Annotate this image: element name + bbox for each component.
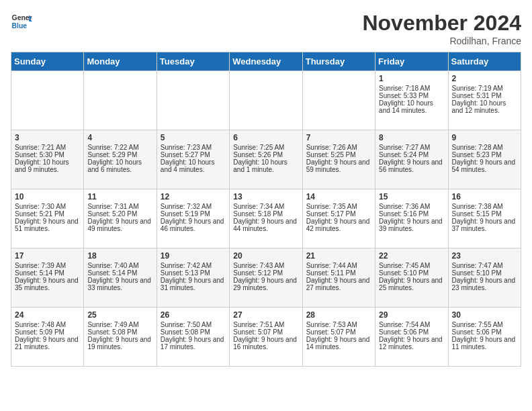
calendar-cell: 9Sunrise: 7:28 AMSunset: 5:23 PMDaylight… <box>448 130 521 189</box>
day-info-line: Daylight: 9 hours and 23 minutes. <box>452 277 517 291</box>
calendar-week-row: 10Sunrise: 7:30 AMSunset: 5:21 PMDayligh… <box>11 189 521 248</box>
day-info-line: Sunrise: 7:42 AM <box>161 262 226 269</box>
day-info-line: Sunset: 5:20 PM <box>87 210 152 218</box>
calendar-body: 1Sunrise: 7:18 AMSunset: 5:33 PMDaylight… <box>11 71 521 367</box>
day-number: 20 <box>233 251 298 261</box>
calendar-cell: 13Sunrise: 7:34 AMSunset: 5:18 PMDayligh… <box>230 189 302 248</box>
day-info-line: Sunset: 5:10 PM <box>452 269 517 277</box>
calendar-cell <box>84 71 157 130</box>
day-info-line: Sunrise: 7:36 AM <box>379 203 444 210</box>
calendar-cell: 12Sunrise: 7:32 AMSunset: 5:19 PMDayligh… <box>157 189 229 248</box>
calendar-cell: 24Sunrise: 7:48 AMSunset: 5:09 PMDayligh… <box>11 308 84 367</box>
calendar-cell: 11Sunrise: 7:31 AMSunset: 5:20 PMDayligh… <box>84 189 157 248</box>
calendar-week-row: 17Sunrise: 7:39 AMSunset: 5:14 PMDayligh… <box>11 248 521 308</box>
day-number: 9 <box>452 133 517 142</box>
day-number: 11 <box>87 192 152 201</box>
day-info-line: Sunrise: 7:44 AM <box>306 262 371 269</box>
day-info-line: Sunset: 5:31 PM <box>452 92 517 99</box>
day-info-line: Daylight: 10 hours and 6 minutes. <box>87 158 152 173</box>
calendar-cell: 10Sunrise: 7:30 AMSunset: 5:21 PMDayligh… <box>11 189 84 248</box>
day-of-week-header: Saturday <box>448 52 521 71</box>
day-info-line: Sunset: 5:27 PM <box>161 151 226 158</box>
calendar-cell: 19Sunrise: 7:42 AMSunset: 5:13 PMDayligh… <box>157 248 229 308</box>
day-number: 12 <box>161 192 226 201</box>
day-info-line: Sunset: 5:08 PM <box>87 328 152 336</box>
location: Rodilhan, France <box>362 36 521 46</box>
day-number: 10 <box>15 192 80 201</box>
calendar-cell <box>11 71 84 130</box>
calendar-cell: 15Sunrise: 7:36 AMSunset: 5:16 PMDayligh… <box>375 189 448 248</box>
day-number: 28 <box>306 310 371 320</box>
calendar-cell: 27Sunrise: 7:51 AMSunset: 5:07 PMDayligh… <box>230 308 302 367</box>
calendar-cell: 18Sunrise: 7:40 AMSunset: 5:14 PMDayligh… <box>84 248 157 308</box>
day-info-line: Sunset: 5:12 PM <box>233 269 298 277</box>
calendar-cell: 20Sunrise: 7:43 AMSunset: 5:12 PMDayligh… <box>230 248 302 308</box>
day-info-line: Daylight: 9 hours and 16 minutes. <box>233 336 298 351</box>
day-info-line: Daylight: 9 hours and 17 minutes. <box>161 336 226 351</box>
logo-icon: General Blue <box>11 11 32 32</box>
calendar-cell: 2Sunrise: 7:19 AMSunset: 5:31 PMDaylight… <box>448 71 521 130</box>
day-number: 2 <box>452 74 517 83</box>
day-info-line: Sunrise: 7:25 AM <box>233 144 298 151</box>
day-info-line: Sunrise: 7:45 AM <box>379 262 444 269</box>
day-info-line: Sunrise: 7:43 AM <box>233 262 298 269</box>
day-info-line: Sunset: 5:17 PM <box>306 210 371 218</box>
calendar-cell: 16Sunrise: 7:38 AMSunset: 5:15 PMDayligh… <box>448 189 521 248</box>
logo: General Blue <box>11 11 32 32</box>
day-of-week-header: Monday <box>84 52 157 71</box>
day-info-line: Sunrise: 7:18 AM <box>379 85 444 92</box>
day-number: 6 <box>233 133 298 142</box>
day-info-line: Sunset: 5:25 PM <box>306 151 371 158</box>
day-info-line: Sunset: 5:19 PM <box>161 210 226 218</box>
calendar-header-row: SundayMondayTuesdayWednesdayThursdayFrid… <box>11 52 521 71</box>
day-number: 16 <box>452 192 517 201</box>
day-info-line: Daylight: 10 hours and 14 minutes. <box>379 99 444 114</box>
day-number: 25 <box>87 310 152 320</box>
day-number: 4 <box>87 133 152 142</box>
day-info-line: Sunrise: 7:54 AM <box>379 321 444 328</box>
day-info-line: Sunrise: 7:30 AM <box>15 203 80 210</box>
day-info-line: Daylight: 10 hours and 12 minutes. <box>452 99 517 114</box>
day-of-week-header: Tuesday <box>157 52 229 71</box>
day-info-line: Sunset: 5:26 PM <box>233 151 298 158</box>
day-info-line: Sunset: 5:06 PM <box>452 328 517 336</box>
day-number: 13 <box>233 192 298 201</box>
day-info-line: Sunrise: 7:23 AM <box>161 144 226 151</box>
day-number: 3 <box>15 133 80 142</box>
day-info-line: Sunset: 5:11 PM <box>306 269 371 277</box>
day-number: 26 <box>161 310 226 320</box>
day-info-line: Sunset: 5:29 PM <box>87 151 152 158</box>
day-info-line: Sunrise: 7:21 AM <box>15 144 80 151</box>
day-info-line: Sunset: 5:23 PM <box>452 151 517 158</box>
day-number: 14 <box>306 192 371 201</box>
calendar-cell: 6Sunrise: 7:25 AMSunset: 5:26 PMDaylight… <box>230 130 302 189</box>
day-of-week-header: Sunday <box>11 52 84 71</box>
calendar-cell: 14Sunrise: 7:35 AMSunset: 5:17 PMDayligh… <box>302 189 375 248</box>
day-info-line: Daylight: 9 hours and 19 minutes. <box>87 336 152 351</box>
day-info-line: Daylight: 9 hours and 39 minutes. <box>379 218 444 232</box>
calendar-table: SundayMondayTuesdayWednesdayThursdayFrid… <box>11 52 521 367</box>
day-info-line: Daylight: 9 hours and 54 minutes. <box>452 158 517 173</box>
day-info-line: Daylight: 9 hours and 33 minutes. <box>87 277 152 291</box>
month-title: November 2024 <box>362 11 521 36</box>
day-of-week-header: Thursday <box>302 52 375 71</box>
day-info-line: Daylight: 9 hours and 49 minutes. <box>87 218 152 232</box>
day-number: 17 <box>15 251 80 261</box>
day-number: 29 <box>379 310 444 320</box>
calendar-cell: 17Sunrise: 7:39 AMSunset: 5:14 PMDayligh… <box>11 248 84 308</box>
day-info-line: Sunset: 5:15 PM <box>452 210 517 218</box>
day-info-line: Sunset: 5:33 PM <box>379 92 444 99</box>
day-info-line: Sunrise: 7:28 AM <box>452 144 517 151</box>
day-info-line: Sunset: 5:13 PM <box>161 269 226 277</box>
day-number: 5 <box>161 133 226 142</box>
calendar-cell: 25Sunrise: 7:49 AMSunset: 5:08 PMDayligh… <box>84 308 157 367</box>
day-info-line: Sunset: 5:14 PM <box>15 269 80 277</box>
day-info-line: Sunrise: 7:50 AM <box>161 321 226 328</box>
day-info-line: Sunrise: 7:48 AM <box>15 321 80 328</box>
calendar-cell: 26Sunrise: 7:50 AMSunset: 5:08 PMDayligh… <box>157 308 229 367</box>
calendar-cell: 1Sunrise: 7:18 AMSunset: 5:33 PMDaylight… <box>375 71 448 130</box>
day-number: 27 <box>233 310 298 320</box>
day-of-week-header: Friday <box>375 52 448 71</box>
day-info-line: Sunrise: 7:38 AM <box>452 203 517 210</box>
day-info-line: Sunset: 5:10 PM <box>379 269 444 277</box>
